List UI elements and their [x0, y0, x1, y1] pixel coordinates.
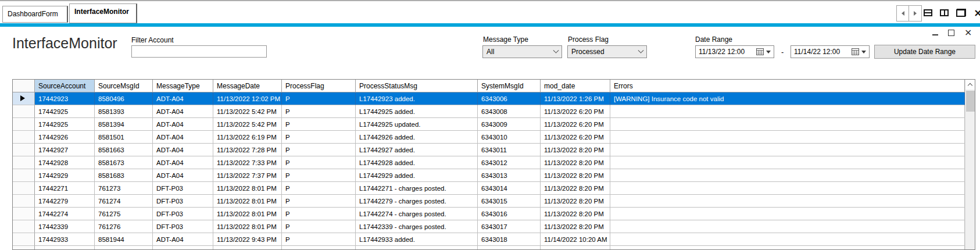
- cell-sourceaccount[interactable]: 17442927: [35, 144, 95, 156]
- cell-sourcemsgid[interactable]: 761275: [95, 208, 153, 220]
- cell-systemmsgid[interactable]: 6343013: [478, 169, 541, 182]
- column-header-errors[interactable]: Errors: [610, 80, 965, 92]
- cell-messagedate[interactable]: 11/13/2022 6:19 PM: [213, 131, 282, 144]
- cell-mod_date[interactable]: 11/13/2022 8:20 PM: [541, 144, 610, 156]
- cell-systemmsgid[interactable]: 6343017: [478, 220, 541, 233]
- cell-messagedate[interactable]: 11/13/2022 8:01 PM: [213, 182, 282, 195]
- cell-messagetype[interactable]: ADT-A04: [153, 92, 213, 105]
- cell-processstatusmsg[interactable]: L17442925 updated.: [356, 118, 478, 131]
- column-header-processflag[interactable]: ProcessFlag: [282, 80, 356, 92]
- cell-mod_date[interactable]: 11/13/2022 8:20 PM: [541, 220, 610, 233]
- close-icon[interactable]: ×: [964, 29, 972, 36]
- cell-sourceaccount[interactable]: 17442339: [35, 220, 95, 233]
- cell-messagedate[interactable]: 11/13/2022 8:01 PM: [213, 208, 282, 220]
- column-header-sourceaccount[interactable]: SourceAccount: [35, 80, 95, 92]
- row-header[interactable]: [13, 105, 35, 118]
- cell-mod_date[interactable]: 11/13/2022 1:26 PM: [541, 92, 610, 105]
- scrollbar-thumb[interactable]: [966, 91, 975, 112]
- cell-errors[interactable]: [610, 195, 965, 208]
- cell-errors[interactable]: [610, 131, 965, 144]
- row-header[interactable]: [13, 131, 35, 144]
- message-type-dropdown[interactable]: All: [482, 45, 562, 58]
- cell-errors[interactable]: [610, 208, 965, 220]
- cell-messagedate[interactable]: 11/13/2022 12:02 PM: [213, 92, 282, 105]
- cell-processstatusmsg[interactable]: L17442928 added.: [356, 156, 478, 169]
- row-header[interactable]: [13, 233, 35, 246]
- cell-sourceaccount[interactable]: 17442925: [35, 105, 95, 118]
- cell-sourcemsgid[interactable]: 8581663: [95, 144, 153, 156]
- cell-mod_date[interactable]: 11/13/2022 6:20 PM: [541, 118, 610, 131]
- cell-messagetype[interactable]: DFT-P03: [153, 182, 213, 195]
- row-header[interactable]: [13, 182, 35, 195]
- cell-messagetype[interactable]: ADT-A04: [153, 156, 213, 169]
- cell-messagedate[interactable]: 11/14/2022 12:01 AM: [213, 246, 282, 249]
- cell-sourceaccount[interactable]: 17442929: [35, 169, 95, 182]
- cell-errors[interactable]: [610, 156, 965, 169]
- table-row[interactable]: 174429258581394ADT-A0411/13/2022 5:42 PM…: [13, 118, 965, 131]
- split-horizontal-icon[interactable]: [924, 9, 932, 16]
- cell-messagetype[interactable]: ADT-A04: [153, 144, 213, 156]
- cell-sourcemsgid[interactable]: 761273: [95, 182, 153, 195]
- table-row[interactable]: 174429238580496ADT-A0411/13/2022 12:02 P…: [13, 92, 965, 105]
- cell-processflag[interactable]: P: [282, 220, 356, 233]
- scroll-up-icon[interactable]: [965, 80, 975, 90]
- cell-processflag[interactable]: P: [282, 131, 356, 144]
- cell-errors[interactable]: [610, 246, 965, 249]
- cell-processflag[interactable]: P: [282, 156, 356, 169]
- cell-messagetype[interactable]: DFT-P03: [153, 195, 213, 208]
- cell-mod_date[interactable]: 11/13/2022 8:20 PM: [541, 208, 610, 220]
- cell-sourcemsgid[interactable]: 8581944: [95, 233, 153, 246]
- minimize-icon[interactable]: [932, 34, 938, 35]
- cell-messagetype[interactable]: ADT-A04: [153, 233, 213, 246]
- cell-sourcemsgid[interactable]: 761277: [95, 246, 153, 249]
- table-row[interactable]: 17442274761275DFT-P0311/13/2022 8:01 PMP…: [13, 208, 965, 220]
- cell-messagedate[interactable]: 11/13/2022 7:33 PM: [213, 156, 282, 169]
- row-header[interactable]: [13, 144, 35, 156]
- row-header[interactable]: [13, 246, 35, 249]
- cell-systemmsgid[interactable]: 6343009: [478, 118, 541, 131]
- cell-messagedate[interactable]: 11/13/2022 8:01 PM: [213, 195, 282, 208]
- cell-processstatusmsg[interactable]: L17442279 - charges posted.: [356, 195, 478, 208]
- cell-systemmsgid[interactable]: 6343018: [478, 233, 541, 246]
- column-header-messagetype[interactable]: MessageType: [153, 80, 213, 92]
- cell-mod_date[interactable]: 11/13/2022 8:20 PM: [541, 195, 610, 208]
- cell-systemmsgid[interactable]: 6343019: [478, 246, 541, 249]
- row-header[interactable]: [13, 220, 35, 233]
- cell-messagedate[interactable]: 11/13/2022 8:01 PM: [213, 220, 282, 233]
- cell-sourceaccount[interactable]: 17442928: [35, 156, 95, 169]
- cell-messagedate[interactable]: 11/13/2022 5:42 PM: [213, 105, 282, 118]
- row-header[interactable]: [13, 169, 35, 182]
- cascade-windows-icon[interactable]: [956, 9, 966, 17]
- cell-sourceaccount[interactable]: 17442923: [35, 92, 95, 105]
- grid-corner-header[interactable]: [13, 80, 35, 92]
- cell-processflag[interactable]: P: [282, 144, 356, 156]
- column-header-sourcemsgid[interactable]: SourceMsgId: [95, 80, 153, 92]
- process-flag-dropdown[interactable]: Processed: [567, 45, 647, 58]
- filter-account-input[interactable]: [131, 45, 267, 58]
- row-header[interactable]: [13, 156, 35, 169]
- close-icon[interactable]: ×: [974, 9, 980, 17]
- cell-systemmsgid[interactable]: 6343016: [478, 208, 541, 220]
- cell-messagetype[interactable]: DFT-P03: [153, 208, 213, 220]
- cell-processflag[interactable]: P: [282, 182, 356, 195]
- cell-sourcemsgid[interactable]: 8581393: [95, 105, 153, 118]
- cell-systemmsgid[interactable]: 6343012: [478, 156, 541, 169]
- cell-processflag[interactable]: P: [282, 233, 356, 246]
- column-header-mod_date[interactable]: mod_date: [541, 80, 610, 92]
- column-header-systemmsgid[interactable]: SystemMsgId: [478, 80, 541, 92]
- cell-messagedate[interactable]: 11/13/2022 7:37 PM: [213, 169, 282, 182]
- cell-processflag[interactable]: P: [282, 118, 356, 131]
- cell-mod_date[interactable]: 11/13/2022 8:20 PM: [541, 169, 610, 182]
- cell-mod_date[interactable]: 11/13/2022 6:20 PM: [541, 105, 610, 118]
- cell-sourcemsgid[interactable]: 8580496: [95, 92, 153, 105]
- cell-sourcemsgid[interactable]: 761276: [95, 220, 153, 233]
- tab-dashboardform[interactable]: DashboardForm: [2, 6, 68, 23]
- cell-systemmsgid[interactable]: 6343006: [478, 92, 541, 105]
- split-vertical-icon[interactable]: [940, 9, 949, 16]
- maximize-icon[interactable]: [948, 30, 954, 36]
- cell-errors[interactable]: [610, 144, 965, 156]
- cell-processstatusmsg[interactable]: L17442274 - charges posted.: [356, 208, 478, 220]
- cell-mod_date[interactable]: 11/13/2022 8:20 PM: [541, 156, 610, 169]
- cell-errors[interactable]: [610, 169, 965, 182]
- cell-systemmsgid[interactable]: 6343014: [478, 182, 541, 195]
